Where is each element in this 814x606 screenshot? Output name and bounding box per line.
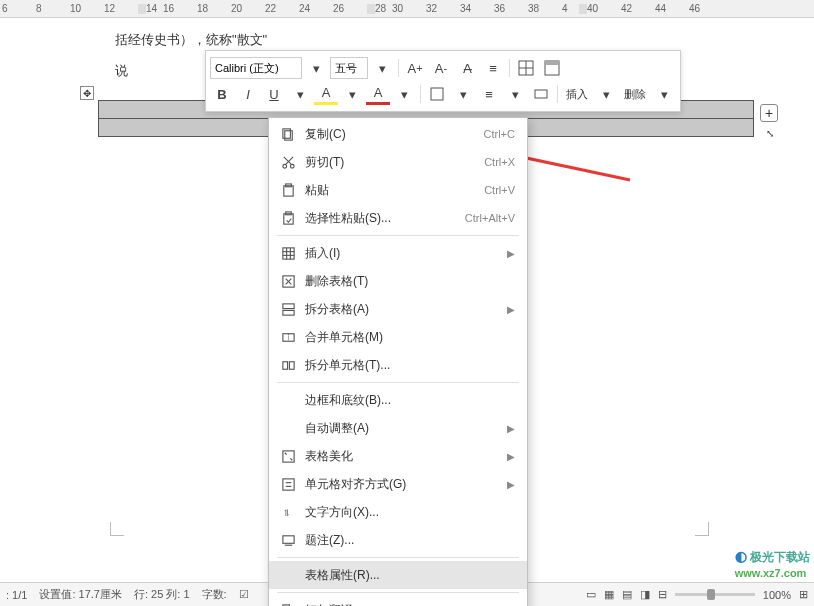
line-spacing-icon[interactable]: ≡ [481,57,505,79]
menu-autofit[interactable]: 自动调整(A) ▶ [269,414,527,442]
menu-separator [277,382,519,383]
table-style-icon[interactable] [540,57,564,79]
menu-cut[interactable]: 剪切(T) Ctrl+X [269,148,527,176]
highlight-dropdown-icon[interactable]: ▾ [340,83,364,105]
menu-separator [277,235,519,236]
merge-cells-icon [277,330,299,345]
delete-table-icon [277,274,299,289]
insert-dropdown-icon[interactable]: ▾ [594,83,618,105]
text-direction-icon: ⥮ [277,505,299,520]
view-mode-icon[interactable]: ▤ [622,588,632,601]
menu-border-shading[interactable]: 边框和底纹(B)... [269,386,527,414]
split-table-icon [277,302,299,317]
split-cells-icon [277,358,299,373]
chevron-right-icon: ▶ [499,248,515,259]
font-color-button[interactable]: A [366,83,390,105]
status-setval[interactable]: 设置值: 17.7厘米 [39,587,122,602]
align-button[interactable]: ≡ [477,83,501,105]
align-icon [277,477,299,492]
decrease-font-icon[interactable]: A- [429,57,453,79]
italic-button[interactable]: I [236,83,260,105]
borders-button[interactable] [425,83,449,105]
watermark-logo-icon: ◐ [735,548,747,564]
menu-translate[interactable]: 短句翻译 [269,596,527,606]
menu-separator [277,557,519,558]
svg-rect-24 [282,310,293,315]
paragraph[interactable]: 括经传史书），统称"散文" [115,30,764,51]
spellcheck-icon[interactable]: ☑ [239,588,249,601]
horizontal-ruler[interactable]: 6810121416182022242628303234363844042444… [0,0,814,18]
table-add-column-icon[interactable]: + [760,104,778,122]
copy-icon [277,127,299,142]
font-color-dropdown-icon[interactable]: ▾ [392,83,416,105]
menu-cell-align[interactable]: 单元格对齐方式(G) ▶ [269,470,527,498]
table-grid-icon[interactable] [514,57,538,79]
svg-rect-29 [282,450,293,461]
zoom-slider[interactable] [675,593,755,596]
borders-dropdown-icon[interactable]: ▾ [451,83,475,105]
paste-icon [277,183,299,198]
svg-rect-4 [545,61,559,65]
status-wordcount[interactable]: 字数: [202,587,227,602]
insert-label[interactable]: 插入 [562,87,592,102]
delete-dropdown-icon[interactable]: ▾ [652,83,676,105]
table-context-menu: 复制(C) Ctrl+C 剪切(T) Ctrl+X 粘贴 Ctrl+V 选择性粘… [268,117,528,606]
chevron-right-icon: ▶ [499,479,515,490]
menu-paste[interactable]: 粘贴 Ctrl+V [269,176,527,204]
status-rowcol[interactable]: 行: 25 列: 1 [134,587,190,602]
translate-icon [277,603,299,607]
menu-split-cells[interactable]: 拆分单元格(T)... [269,351,527,379]
floating-format-toolbar: ▾ ▾ A+ A- A̶ ≡ B I U ▾ A ▾ A ▾ ▾ ≡ ▾ 插入 … [205,50,681,112]
svg-rect-11 [283,185,292,195]
menu-insert[interactable]: 插入(I) ▶ [269,239,527,267]
chevron-right-icon: ▶ [499,304,515,315]
page-corner-icon [110,522,124,536]
menu-split-table[interactable]: 拆分表格(A) ▶ [269,295,527,323]
table-move-handle-icon[interactable]: ✥ [80,86,94,100]
svg-rect-5 [431,88,443,100]
menu-paste-special[interactable]: 选择性粘贴(S)... Ctrl+Alt+V [269,204,527,232]
beautify-icon [277,449,299,464]
align-dropdown-icon[interactable]: ▾ [503,83,527,105]
view-mode-icon[interactable]: ▭ [586,588,596,601]
table-resize-handle-icon[interactable]: ⤡ [766,128,778,140]
font-dropdown-icon[interactable]: ▾ [304,57,328,79]
size-dropdown-icon[interactable]: ▾ [370,57,394,79]
svg-rect-15 [282,247,293,258]
svg-rect-28 [289,361,294,369]
menu-text-direction[interactable]: ⥮ 文字方向(X)... [269,498,527,526]
highlight-button[interactable]: A [314,83,338,105]
increase-font-icon[interactable]: A+ [403,57,427,79]
clear-format-icon[interactable]: A̶ [455,57,479,79]
svg-rect-34 [282,535,293,543]
svg-rect-27 [282,361,287,369]
svg-text:⥮: ⥮ [282,508,290,518]
font-size-input[interactable] [330,57,368,79]
font-family-input[interactable] [210,57,302,79]
underline-dropdown-icon[interactable]: ▾ [288,83,312,105]
status-page[interactable]: : 1/1 [6,589,27,601]
caption-icon [277,533,299,548]
svg-rect-6 [535,90,547,98]
menu-delete-table[interactable]: 删除表格(T) [269,267,527,295]
page-corner-icon [695,522,709,536]
menu-caption[interactable]: 题注(Z)... [269,526,527,554]
zoom-in-icon[interactable]: ⊞ [799,588,808,601]
menu-separator [277,592,519,593]
zoom-value[interactable]: 100% [763,589,791,601]
svg-point-10 [290,164,294,168]
menu-copy[interactable]: 复制(C) Ctrl+C [269,120,527,148]
menu-beautify[interactable]: 表格美化 ▶ [269,442,527,470]
bold-button[interactable]: B [210,83,234,105]
zoom-out-icon[interactable]: ⊟ [658,588,667,601]
merge-button[interactable] [529,83,553,105]
view-mode-icon[interactable]: ▦ [604,588,614,601]
svg-rect-23 [282,303,293,308]
menu-merge-cells[interactable]: 合并单元格(M) [269,323,527,351]
view-mode-icon[interactable]: ◨ [640,588,650,601]
delete-label[interactable]: 删除 [620,87,650,102]
underline-button[interactable]: U [262,83,286,105]
insert-table-icon [277,246,299,261]
menu-table-properties[interactable]: 表格属性(R)... [269,561,527,589]
svg-rect-30 [282,478,293,489]
